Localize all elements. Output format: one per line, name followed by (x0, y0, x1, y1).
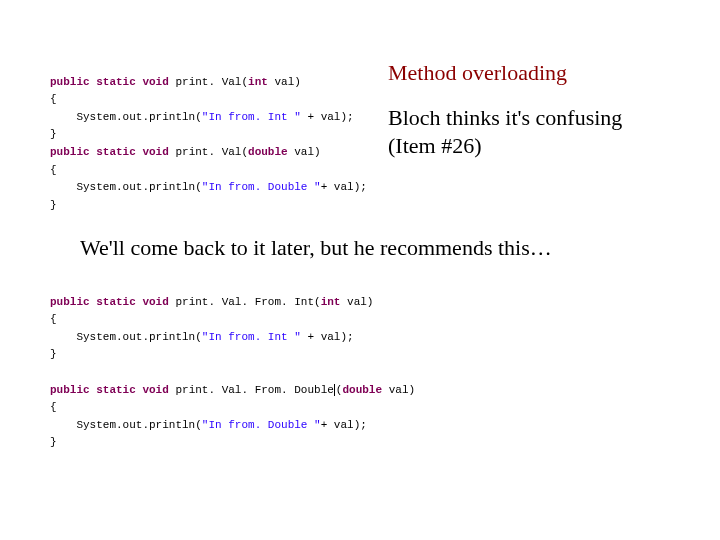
code-text: print. Val. From. Int( (169, 296, 321, 308)
code-text: System.out.println( (50, 331, 202, 343)
code-text: } (50, 436, 57, 448)
code-keyword: int (321, 296, 341, 308)
code-text: } (50, 348, 57, 360)
code-text: } (50, 199, 57, 211)
code-text: + val); (321, 419, 367, 431)
code-keyword: int (248, 76, 268, 88)
slide-body-text: We'll come back to it later, but he reco… (80, 235, 552, 261)
code-text: + val); (321, 181, 367, 193)
code-text: val) (340, 296, 373, 308)
code-text: System.out.println( (50, 419, 202, 431)
code-keyword: public static void (50, 76, 169, 88)
code-string: "In from. Double " (202, 419, 321, 431)
code-text: print. Val. From. Double (169, 384, 334, 396)
code-keyword: public static void (50, 384, 169, 396)
code-text: System.out.println( (50, 181, 202, 193)
code-text: print. Val( (169, 76, 248, 88)
code-text: val) (268, 76, 301, 88)
code-keyword: double (342, 384, 382, 396)
code-block-overloading: public static void print. Val(int val) {… (50, 56, 367, 214)
code-text: System.out.println( (50, 111, 202, 123)
code-text: + val); (301, 111, 354, 123)
code-text: } (50, 128, 57, 140)
code-text: { (50, 93, 57, 105)
code-text: print. Val( (169, 146, 248, 158)
subtitle-line-2: (Item #26) (388, 133, 481, 158)
code-text: { (50, 401, 57, 413)
code-text: val) (382, 384, 415, 396)
subtitle-line-1: Bloch thinks it's confusing (388, 105, 622, 130)
code-keyword: public static void (50, 296, 169, 308)
code-text: { (50, 164, 57, 176)
code-keyword: public static void (50, 146, 169, 158)
code-string: "In from. Int " (202, 111, 301, 123)
slide-title: Method overloading (388, 60, 567, 86)
code-text: + val); (301, 331, 354, 343)
code-text: val) (288, 146, 321, 158)
code-string: "In from. Int " (202, 331, 301, 343)
code-text: { (50, 313, 57, 325)
code-string: "In from. Double " (202, 181, 321, 193)
slide-subtitle: Bloch thinks it's confusing (Item #26) (388, 104, 622, 159)
code-keyword: double (248, 146, 288, 158)
code-block-renamed: public static void print. Val. From. Int… (50, 276, 415, 452)
